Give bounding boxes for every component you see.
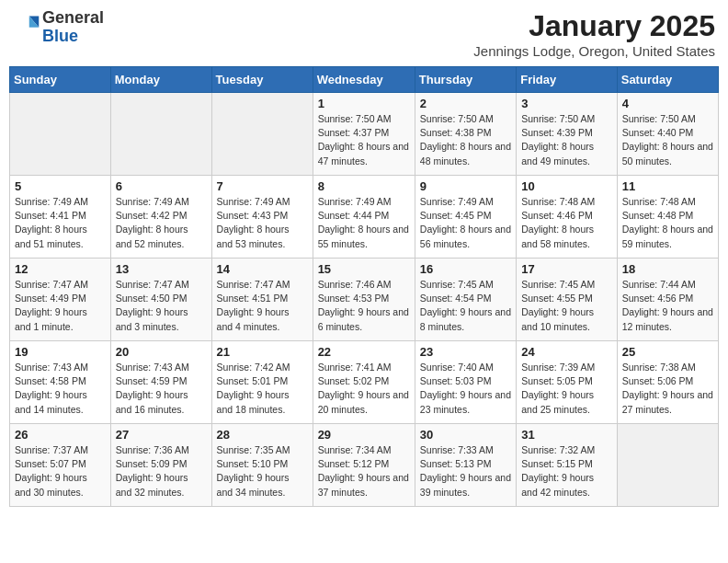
day-number: 11 — [622, 179, 713, 193]
calendar-cell: 24Sunrise: 7:39 AM Sunset: 5:05 PM Dayli… — [517, 341, 618, 424]
calendar-cell — [110, 93, 211, 176]
calendar-cell: 26Sunrise: 7:37 AM Sunset: 5:07 PM Dayli… — [10, 424, 111, 507]
calendar-cell — [10, 93, 111, 176]
day-info: Sunrise: 7:43 AM Sunset: 4:58 PM Dayligh… — [15, 361, 106, 417]
day-number: 18 — [622, 262, 713, 276]
day-info: Sunrise: 7:47 AM Sunset: 4:50 PM Dayligh… — [116, 278, 207, 334]
day-info: Sunrise: 7:47 AM Sunset: 4:49 PM Dayligh… — [15, 278, 106, 334]
day-number: 16 — [420, 262, 511, 276]
day-number: 17 — [521, 262, 612, 276]
day-number: 2 — [420, 97, 511, 110]
calendar-cell: 4Sunrise: 7:50 AM Sunset: 4:40 PM Daylig… — [617, 93, 718, 176]
day-info: Sunrise: 7:37 AM Sunset: 5:07 PM Dayligh… — [15, 443, 106, 500]
day-info: Sunrise: 7:50 AM Sunset: 4:37 PM Dayligh… — [318, 112, 410, 168]
day-number: 7 — [217, 179, 308, 193]
day-number: 1 — [318, 97, 410, 110]
day-info: Sunrise: 7:49 AM Sunset: 4:44 PM Dayligh… — [318, 195, 410, 251]
calendar-cell: 17Sunrise: 7:45 AM Sunset: 4:55 PM Dayli… — [517, 259, 618, 341]
day-number: 8 — [318, 179, 410, 193]
day-number: 10 — [521, 179, 612, 193]
day-number: 5 — [15, 179, 106, 193]
day-info: Sunrise: 7:50 AM Sunset: 4:39 PM Dayligh… — [521, 112, 612, 168]
logo-general-text: General — [42, 9, 104, 28]
day-info: Sunrise: 7:49 AM Sunset: 4:43 PM Dayligh… — [217, 195, 308, 251]
day-info: Sunrise: 7:39 AM Sunset: 5:05 PM Dayligh… — [521, 361, 612, 417]
calendar-cell: 27Sunrise: 7:36 AM Sunset: 5:09 PM Dayli… — [110, 424, 211, 507]
calendar-cell: 9Sunrise: 7:49 AM Sunset: 4:45 PM Daylig… — [415, 176, 516, 259]
calendar-cell: 16Sunrise: 7:45 AM Sunset: 4:54 PM Dayli… — [415, 259, 516, 341]
day-info: Sunrise: 7:33 AM Sunset: 5:13 PM Dayligh… — [420, 443, 511, 500]
weekday-header-friday: Friday — [517, 67, 618, 93]
day-info: Sunrise: 7:44 AM Sunset: 4:56 PM Dayligh… — [622, 278, 713, 334]
day-info: Sunrise: 7:32 AM Sunset: 5:15 PM Dayligh… — [521, 443, 612, 500]
weekday-header-row: SundayMondayTuesdayWednesdayThursdayFrid… — [10, 67, 719, 93]
weekday-header-sunday: Sunday — [10, 67, 111, 93]
day-info: Sunrise: 7:49 AM Sunset: 4:45 PM Dayligh… — [420, 195, 511, 251]
day-info: Sunrise: 7:46 AM Sunset: 4:53 PM Dayligh… — [318, 278, 410, 334]
day-info: Sunrise: 7:42 AM Sunset: 5:01 PM Dayligh… — [217, 361, 308, 417]
calendar-cell: 15Sunrise: 7:46 AM Sunset: 4:53 PM Dayli… — [313, 259, 415, 341]
calendar-cell: 1Sunrise: 7:50 AM Sunset: 4:37 PM Daylig… — [313, 93, 415, 176]
day-number: 29 — [318, 428, 410, 442]
calendar-cell: 10Sunrise: 7:48 AM Sunset: 4:46 PM Dayli… — [517, 176, 618, 259]
day-info: Sunrise: 7:45 AM Sunset: 4:54 PM Dayligh… — [420, 278, 511, 334]
day-info: Sunrise: 7:35 AM Sunset: 5:10 PM Dayligh… — [217, 443, 308, 500]
day-info: Sunrise: 7:47 AM Sunset: 4:51 PM Dayligh… — [217, 278, 308, 334]
day-info: Sunrise: 7:49 AM Sunset: 4:42 PM Dayligh… — [116, 195, 207, 251]
calendar-cell: 12Sunrise: 7:47 AM Sunset: 4:49 PM Dayli… — [10, 259, 111, 341]
calendar-cell: 29Sunrise: 7:34 AM Sunset: 5:12 PM Dayli… — [313, 424, 415, 507]
day-info: Sunrise: 7:49 AM Sunset: 4:41 PM Dayligh… — [15, 195, 106, 251]
weekday-header-monday: Monday — [110, 67, 211, 93]
calendar-week-row: 12Sunrise: 7:47 AM Sunset: 4:49 PM Dayli… — [10, 259, 719, 341]
calendar-week-row: 19Sunrise: 7:43 AM Sunset: 4:58 PM Dayli… — [10, 341, 719, 424]
day-number: 14 — [217, 262, 308, 276]
day-info: Sunrise: 7:48 AM Sunset: 4:46 PM Dayligh… — [521, 195, 612, 251]
calendar-week-row: 5Sunrise: 7:49 AM Sunset: 4:41 PM Daylig… — [10, 176, 719, 259]
calendar-week-row: 26Sunrise: 7:37 AM Sunset: 5:07 PM Dayli… — [10, 424, 719, 507]
calendar-cell: 22Sunrise: 7:41 AM Sunset: 5:02 PM Dayli… — [313, 341, 415, 424]
day-info: Sunrise: 7:45 AM Sunset: 4:55 PM Dayligh… — [521, 278, 612, 334]
weekday-header-saturday: Saturday — [617, 67, 718, 93]
calendar-cell: 18Sunrise: 7:44 AM Sunset: 4:56 PM Dayli… — [617, 259, 718, 341]
day-number: 9 — [420, 179, 511, 193]
calendar-cell: 7Sunrise: 7:49 AM Sunset: 4:43 PM Daylig… — [211, 176, 313, 259]
day-number: 13 — [116, 262, 207, 276]
page-header: General Blue January 2025 Jennings Lodge… — [9, 9, 719, 59]
day-number: 31 — [521, 428, 612, 442]
location-title: Jennings Lodge, Oregon, United States — [473, 43, 715, 59]
logo-blue-text: Blue — [42, 28, 104, 46]
calendar-cell: 19Sunrise: 7:43 AM Sunset: 4:58 PM Dayli… — [10, 341, 111, 424]
calendar-cell: 11Sunrise: 7:48 AM Sunset: 4:48 PM Dayli… — [617, 176, 718, 259]
day-number: 23 — [420, 345, 511, 359]
day-number: 24 — [521, 345, 612, 359]
calendar-cell: 31Sunrise: 7:32 AM Sunset: 5:15 PM Dayli… — [517, 424, 618, 507]
calendar-table: SundayMondayTuesdayWednesdayThursdayFrid… — [9, 66, 719, 507]
day-info: Sunrise: 7:50 AM Sunset: 4:38 PM Dayligh… — [420, 112, 511, 168]
calendar-cell: 30Sunrise: 7:33 AM Sunset: 5:13 PM Dayli… — [415, 424, 516, 507]
weekday-header-wednesday: Wednesday — [313, 67, 415, 93]
calendar-cell: 8Sunrise: 7:49 AM Sunset: 4:44 PM Daylig… — [313, 176, 415, 259]
day-number: 22 — [318, 345, 410, 359]
day-info: Sunrise: 7:48 AM Sunset: 4:48 PM Dayligh… — [622, 195, 713, 251]
day-number: 26 — [15, 428, 106, 442]
day-number: 3 — [521, 97, 612, 110]
logo: General Blue — [13, 9, 104, 46]
calendar-cell: 28Sunrise: 7:35 AM Sunset: 5:10 PM Dayli… — [211, 424, 313, 507]
day-number: 12 — [15, 262, 106, 276]
day-info: Sunrise: 7:50 AM Sunset: 4:40 PM Dayligh… — [622, 112, 713, 168]
calendar-cell: 25Sunrise: 7:38 AM Sunset: 5:06 PM Dayli… — [617, 341, 718, 424]
month-title: January 2025 — [473, 9, 715, 43]
day-info: Sunrise: 7:43 AM Sunset: 4:59 PM Dayligh… — [116, 361, 207, 417]
calendar-cell: 2Sunrise: 7:50 AM Sunset: 4:38 PM Daylig… — [415, 93, 516, 176]
calendar-cell: 20Sunrise: 7:43 AM Sunset: 4:59 PM Dayli… — [110, 341, 211, 424]
day-number: 20 — [116, 345, 207, 359]
day-number: 27 — [116, 428, 207, 442]
calendar-cell: 14Sunrise: 7:47 AM Sunset: 4:51 PM Dayli… — [211, 259, 313, 341]
day-info: Sunrise: 7:40 AM Sunset: 5:03 PM Dayligh… — [420, 361, 511, 417]
day-number: 28 — [217, 428, 308, 442]
calendar-cell: 6Sunrise: 7:49 AM Sunset: 4:42 PM Daylig… — [110, 176, 211, 259]
day-info: Sunrise: 7:38 AM Sunset: 5:06 PM Dayligh… — [622, 361, 713, 417]
weekday-header-tuesday: Tuesday — [211, 67, 313, 93]
calendar-cell — [211, 93, 313, 176]
day-number: 15 — [318, 262, 410, 276]
